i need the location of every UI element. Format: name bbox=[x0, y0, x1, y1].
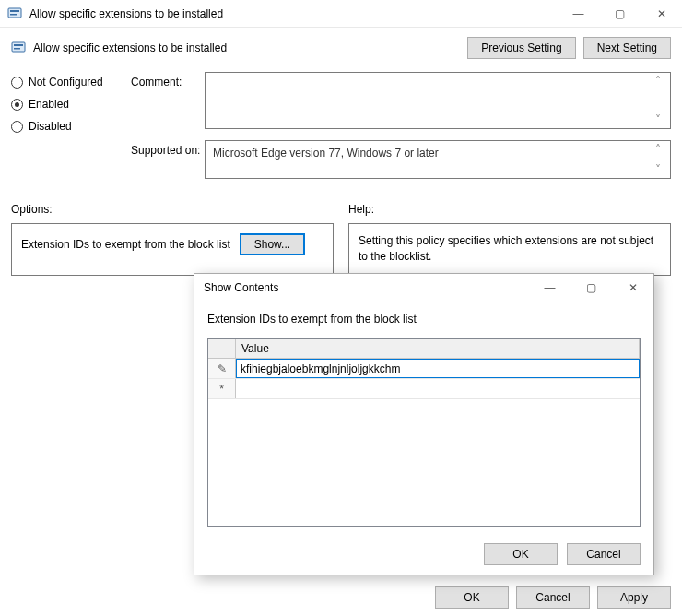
comment-textarea[interactable]: ˄ ˅ bbox=[205, 72, 671, 129]
header-row: Allow specific extensions to be installe… bbox=[11, 37, 671, 59]
value-cell-input[interactable] bbox=[236, 359, 640, 378]
radio-label: Disabled bbox=[29, 120, 72, 133]
dialog-ok-button[interactable]: OK bbox=[484, 543, 558, 565]
radio-disabled[interactable]: Disabled bbox=[11, 120, 112, 133]
window-controls: — ▢ ✕ bbox=[558, 0, 682, 27]
cancel-button[interactable]: Cancel bbox=[516, 586, 590, 609]
dialog-minimize-button[interactable]: — bbox=[529, 274, 570, 302]
minimize-button[interactable]: — bbox=[558, 0, 599, 27]
grid-row[interactable]: ✎ bbox=[208, 359, 640, 379]
grid-header: Value bbox=[208, 339, 640, 359]
svg-rect-3 bbox=[12, 42, 25, 52]
dialog-caption: Extension IDs to exempt from the block l… bbox=[207, 313, 641, 326]
policy-icon bbox=[7, 6, 22, 21]
chevron-down-icon: ˅ bbox=[655, 113, 668, 126]
window-title: Allow specific extensions to be installe… bbox=[29, 7, 223, 20]
chevron-up-icon: ˄ bbox=[655, 143, 668, 156]
supported-on-field: Microsoft Edge version 77, Windows 7 or … bbox=[205, 140, 671, 179]
column-header-value: Value bbox=[236, 339, 640, 358]
dialog-cancel-button[interactable]: Cancel bbox=[567, 543, 641, 565]
svg-rect-2 bbox=[10, 14, 17, 16]
policy-icon bbox=[11, 41, 26, 55]
ok-button[interactable]: OK bbox=[435, 586, 509, 609]
radio-icon bbox=[11, 99, 23, 111]
svg-rect-1 bbox=[10, 10, 19, 12]
radio-not-configured[interactable]: Not Configured bbox=[11, 76, 112, 89]
dialog-title: Show Contents bbox=[204, 281, 278, 294]
radio-label: Not Configured bbox=[29, 76, 103, 89]
previous-setting-button[interactable]: Previous Setting bbox=[467, 37, 575, 59]
row-marker-new-icon: * bbox=[208, 379, 236, 398]
row-marker-edit-icon: ✎ bbox=[208, 359, 236, 378]
dialog-close-button[interactable]: ✕ bbox=[612, 274, 653, 302]
row-header-blank bbox=[208, 339, 236, 358]
titlebar: Allow specific extensions to be installe… bbox=[0, 0, 682, 28]
state-radio-group: Not Configured Enabled Disabled bbox=[11, 72, 112, 190]
help-panel: Setting this policy specifies which exte… bbox=[348, 223, 671, 276]
grid-row[interactable]: * bbox=[208, 379, 640, 399]
radio-label: Enabled bbox=[29, 98, 69, 111]
radio-enabled[interactable]: Enabled bbox=[11, 98, 112, 111]
svg-rect-0 bbox=[8, 8, 21, 18]
value-grid[interactable]: Value ✎ * bbox=[207, 338, 641, 527]
radio-icon bbox=[11, 121, 23, 133]
svg-rect-5 bbox=[14, 48, 20, 50]
chevron-down-icon: ˅ bbox=[655, 163, 668, 176]
policy-title: Allow specific extensions to be installe… bbox=[33, 41, 227, 54]
supported-on-value: Microsoft Edge version 77, Windows 7 or … bbox=[213, 147, 439, 160]
help-label: Help: bbox=[348, 203, 671, 216]
footer-buttons: OK Cancel Apply bbox=[435, 586, 671, 609]
svg-rect-4 bbox=[14, 44, 23, 46]
maximize-button[interactable]: ▢ bbox=[599, 0, 641, 27]
radio-icon bbox=[11, 77, 23, 89]
comment-label: Comment: bbox=[131, 72, 205, 129]
options-line-text: Extension IDs to exempt from the block l… bbox=[21, 238, 230, 251]
next-setting-button[interactable]: Next Setting bbox=[583, 37, 671, 59]
chevron-up-icon: ˄ bbox=[655, 75, 668, 88]
dialog-maximize-button[interactable]: ▢ bbox=[570, 274, 612, 302]
show-button[interactable]: Show... bbox=[240, 233, 305, 255]
supported-label: Supported on: bbox=[131, 140, 205, 179]
options-label: Options: bbox=[11, 203, 334, 216]
apply-button[interactable]: Apply bbox=[597, 586, 671, 609]
options-panel: Extension IDs to exempt from the block l… bbox=[11, 223, 334, 276]
value-cell-empty[interactable] bbox=[236, 379, 640, 398]
scrollbar[interactable]: ˄ ˅ bbox=[655, 75, 668, 126]
close-button[interactable]: ✕ bbox=[641, 0, 682, 27]
dialog-buttons: OK Cancel bbox=[194, 534, 653, 575]
dialog-titlebar: Show Contents — ▢ ✕ bbox=[194, 274, 653, 302]
show-contents-dialog: Show Contents — ▢ ✕ Extension IDs to exe… bbox=[194, 273, 654, 575]
help-text: Setting this policy specifies which exte… bbox=[359, 234, 653, 263]
scrollbar[interactable]: ˄ ˅ bbox=[655, 143, 668, 176]
